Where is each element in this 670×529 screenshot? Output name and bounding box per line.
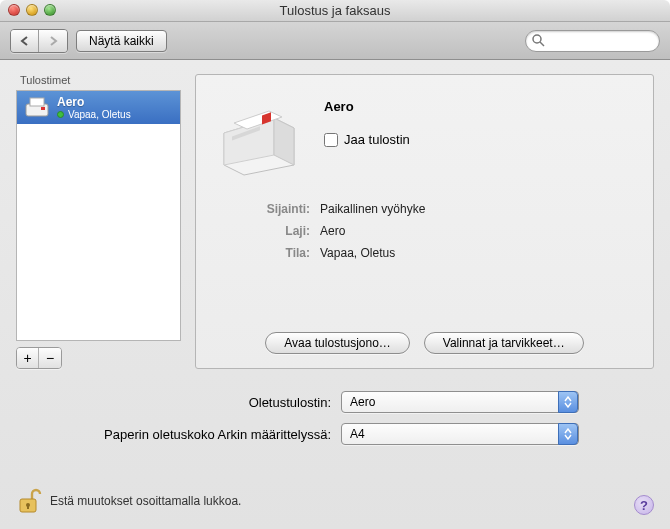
paper-size-label: Paperin oletuskoko Arkin määrittelyssä: bbox=[16, 427, 341, 442]
share-printer-label: Jaa tulostin bbox=[344, 132, 410, 147]
titlebar: Tulostus ja faksaus bbox=[0, 0, 670, 22]
svg-rect-4 bbox=[41, 107, 45, 110]
state-value: Vapaa, Oletus bbox=[320, 246, 635, 260]
help-button[interactable]: ? bbox=[634, 495, 654, 515]
nav-segment bbox=[10, 29, 68, 53]
open-queue-button[interactable]: Avaa tulostusjono… bbox=[265, 332, 410, 354]
svg-rect-13 bbox=[27, 505, 29, 509]
printer-item-status: Vapaa, Oletus bbox=[68, 109, 131, 120]
printer-list-item-text: Aero Vapaa, Oletus bbox=[57, 95, 131, 120]
lock-row[interactable]: Estä muutokset osoittamalla lukkoa. bbox=[16, 487, 241, 515]
search-wrap bbox=[525, 30, 660, 52]
back-button[interactable] bbox=[11, 30, 39, 52]
popup-arrows-icon bbox=[558, 391, 578, 413]
remove-printer-button[interactable]: − bbox=[39, 348, 61, 368]
window-title: Tulostus ja faksaus bbox=[0, 3, 670, 18]
svg-rect-3 bbox=[30, 98, 44, 106]
paper-size-value: A4 bbox=[350, 427, 365, 441]
printer-item-name: Aero bbox=[57, 95, 131, 109]
chevron-left-icon bbox=[20, 36, 29, 46]
help-icon: ? bbox=[640, 498, 648, 513]
window-controls bbox=[8, 4, 56, 16]
printer-list-item[interactable]: Aero Vapaa, Oletus bbox=[17, 91, 180, 124]
printer-large-icon bbox=[214, 93, 304, 178]
printer-info-grid: Sijainti: Paikallinen vyöhyke Laji: Aero… bbox=[214, 202, 635, 260]
plus-icon: + bbox=[23, 351, 31, 365]
share-printer-checkbox[interactable] bbox=[324, 133, 338, 147]
location-value: Paikallinen vyöhyke bbox=[320, 202, 635, 216]
toolbar: Näytä kaikki bbox=[0, 22, 670, 60]
search-input[interactable] bbox=[525, 30, 660, 52]
minus-icon: − bbox=[46, 351, 54, 365]
state-key: Tila: bbox=[214, 246, 310, 260]
printer-list[interactable]: Aero Vapaa, Oletus bbox=[16, 90, 181, 341]
prefpane-body: Tulostimet Aero Vapaa, Oletus bbox=[0, 60, 670, 529]
lock-text: Estä muutokset osoittamalla lukkoa. bbox=[50, 494, 241, 508]
svg-line-1 bbox=[540, 42, 544, 46]
printer-list-header: Tulostimet bbox=[16, 74, 181, 90]
zoom-window-button[interactable] bbox=[44, 4, 56, 16]
kind-value: Aero bbox=[320, 224, 635, 238]
kind-key: Laji: bbox=[214, 224, 310, 238]
add-remove-segment: + − bbox=[16, 347, 62, 369]
paper-size-popup[interactable]: A4 bbox=[341, 423, 579, 445]
minimize-window-button[interactable] bbox=[26, 4, 38, 16]
search-icon bbox=[532, 34, 545, 47]
printer-icon bbox=[23, 96, 51, 120]
default-printer-label: Oletustulostin: bbox=[16, 395, 341, 410]
default-printer-value: Aero bbox=[350, 395, 375, 409]
svg-point-0 bbox=[533, 35, 541, 43]
popup-arrows-icon bbox=[558, 423, 578, 445]
status-dot-icon bbox=[57, 111, 64, 118]
printer-item-status-row: Vapaa, Oletus bbox=[57, 109, 131, 120]
printer-list-box: Tulostimet Aero Vapaa, Oletus bbox=[16, 74, 181, 369]
location-key: Sijainti: bbox=[214, 202, 310, 216]
defaults-form: Oletustulostin: Aero Paperin oletuskoko … bbox=[16, 391, 654, 445]
default-printer-popup[interactable]: Aero bbox=[341, 391, 579, 413]
forward-button[interactable] bbox=[39, 30, 67, 52]
chevron-right-icon bbox=[49, 36, 58, 46]
printer-detail-panel: Aero Jaa tulostin Sijainti: Paikallinen … bbox=[195, 74, 654, 369]
show-all-button[interactable]: Näytä kaikki bbox=[76, 30, 167, 52]
add-printer-button[interactable]: + bbox=[17, 348, 39, 368]
printer-name: Aero bbox=[324, 99, 410, 114]
close-window-button[interactable] bbox=[8, 4, 20, 16]
options-supplies-button[interactable]: Valinnat ja tarvikkeet… bbox=[424, 332, 584, 354]
lock-open-icon bbox=[16, 487, 42, 515]
share-printer-row[interactable]: Jaa tulostin bbox=[324, 132, 410, 147]
